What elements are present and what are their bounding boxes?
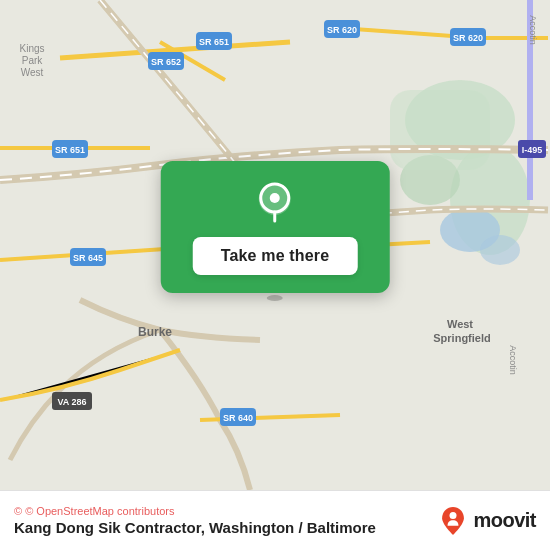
popup-overlay: Take me there: [161, 161, 390, 301]
svg-text:Park: Park: [22, 55, 44, 66]
svg-text:SR 651: SR 651: [199, 37, 229, 47]
osm-credit: © © OpenStreetMap contributors: [14, 505, 376, 517]
location-pin-icon: [251, 179, 299, 227]
take-me-there-button[interactable]: Take me there: [193, 237, 358, 275]
svg-text:SR 645: SR 645: [73, 253, 103, 263]
svg-text:SR 652: SR 652: [151, 57, 181, 67]
moovit-logo: moovit: [439, 507, 536, 535]
bottom-left-info: © © OpenStreetMap contributors Kang Dong…: [14, 505, 376, 536]
svg-text:Accotin: Accotin: [508, 345, 518, 375]
bottom-bar: © © OpenStreetMap contributors Kang Dong…: [0, 490, 550, 550]
svg-text:SR 651: SR 651: [55, 145, 85, 155]
svg-point-47: [450, 512, 457, 519]
location-label: Kang Dong Sik Contractor, Washington / B…: [14, 519, 376, 536]
svg-text:SR 640: SR 640: [223, 413, 253, 423]
svg-text:SR 620: SR 620: [453, 33, 483, 43]
osm-credit-text: © OpenStreetMap contributors: [25, 505, 174, 517]
svg-text:Springfield: Springfield: [433, 332, 490, 344]
osm-copyright-symbol: ©: [14, 505, 22, 517]
moovit-pin-icon: [439, 507, 467, 535]
svg-text:Kings: Kings: [19, 43, 44, 54]
map-container: SR 651 SR 652 SR 620 SR 620 I-495 SR 651…: [0, 0, 550, 490]
svg-text:SR 620: SR 620: [327, 25, 357, 35]
svg-text:VA 286: VA 286: [57, 397, 86, 407]
svg-point-46: [270, 193, 280, 203]
svg-rect-4: [390, 90, 490, 170]
svg-text:West: West: [21, 67, 44, 78]
svg-text:Burke: Burke: [138, 325, 172, 339]
svg-text:Accotin: Accotin: [528, 15, 538, 45]
svg-point-6: [480, 235, 520, 265]
moovit-text: moovit: [473, 509, 536, 532]
svg-text:I-495: I-495: [522, 145, 543, 155]
popup-card: Take me there: [161, 161, 390, 293]
svg-text:West: West: [447, 318, 473, 330]
pin-shadow: [267, 295, 283, 301]
